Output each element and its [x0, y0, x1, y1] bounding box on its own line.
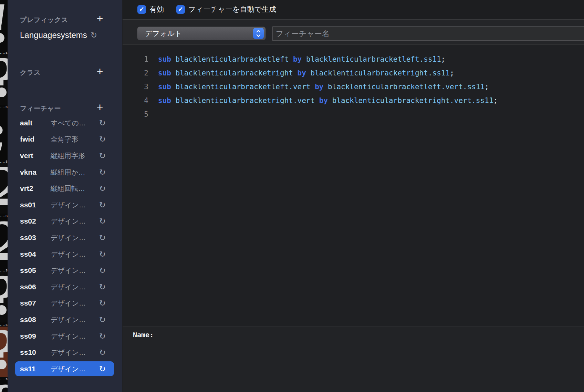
refresh-icon[interactable]: ↻: [99, 217, 106, 226]
code-line[interactable]: 4sub blacklenticularbracketright.vert by…: [123, 94, 584, 107]
glyph-name-fragment: ....s: [0, 50, 8, 54]
add-prefix-button[interactable]: +: [95, 14, 105, 24]
feature-row-ss02[interactable]: ss02デザイン…↻: [8, 213, 122, 230]
feature-tag: aalt: [20, 119, 32, 127]
refresh-icon[interactable]: ↻: [99, 200, 106, 209]
feature-description: デザイン…: [51, 266, 86, 275]
line-number: 5: [123, 110, 148, 118]
line-number: 2: [123, 69, 148, 77]
feature-row-aalt[interactable]: aaltすべての…↻: [8, 115, 122, 131]
feature-tag: ss02: [20, 217, 36, 225]
refresh-icon[interactable]: ↻: [99, 348, 106, 357]
refresh-icon[interactable]: ↻: [99, 331, 106, 341]
feature-tag: ss07: [20, 299, 36, 307]
feature-row-ss09[interactable]: ss09デザイン…↻: [8, 328, 122, 344]
enabled-checkbox[interactable]: ✓: [137, 5, 146, 14]
glyph-fragment: !: [0, 0, 8, 50]
feature-tag: ss11: [20, 365, 36, 373]
feature-tag: vkna: [20, 168, 36, 176]
sidebar-item-languagesystems[interactable]: Languagesystems↻: [20, 30, 97, 40]
prefix-section-label: プレフィックス: [20, 16, 68, 24]
refresh-icon[interactable]: ↻: [99, 151, 106, 160]
feature-row-vrt2[interactable]: vrt2縦組回転…↻: [8, 180, 122, 197]
feature-row-ss01[interactable]: ss01デザイン…↻: [8, 197, 122, 213]
name-field-label: Name:: [133, 331, 154, 339]
glyph-fragment: 2: [0, 218, 8, 267]
enabled-checkbox-label: 有効: [149, 4, 164, 14]
glyph-cell: !: [0, 0, 8, 50]
feature-section-label: フィーチャー: [20, 104, 61, 113]
refresh-icon[interactable]: ↻: [99, 233, 106, 242]
feature-row-ss04[interactable]: ss04デザイン…↻: [8, 246, 122, 262]
feature-tag: vrt2: [20, 184, 33, 193]
code-line[interactable]: 5: [123, 107, 584, 121]
glyph-grid-strip: !....s?....s;....s2....s2....s?....s?...…: [0, 0, 8, 392]
script-dropdown[interactable]: デフォルト: [137, 27, 266, 40]
feature-tag: ss08: [20, 316, 36, 324]
glyph-name-fragment: ....s: [0, 214, 8, 218]
feature-description: 全角字形: [51, 135, 78, 144]
feature-row-fwid[interactable]: fwid全角字形↻: [8, 131, 122, 148]
add-class-button[interactable]: +: [95, 67, 105, 76]
code-line[interactable]: 1sub blacklenticularbracketleft by black…: [123, 52, 584, 66]
feature-row-vert[interactable]: vert縦組用字形↻: [8, 147, 122, 164]
script-dropdown-value: デフォルト: [145, 29, 182, 38]
feature-row-ss11[interactable]: ss11デザイン…↻: [8, 361, 122, 377]
feature-tag: vert: [20, 152, 33, 160]
glyph-fragment: 9: [0, 381, 8, 392]
prefix-item-label: Languagesystems: [20, 30, 87, 40]
refresh-icon[interactable]: ↻: [99, 118, 106, 127]
feature-row-ss10[interactable]: ss10デザイン…↻: [8, 344, 122, 361]
line-number: 4: [123, 96, 148, 105]
glyph-cell: ?: [0, 272, 8, 322]
feature-row-ss05[interactable]: ss05デザイン…↻: [8, 262, 122, 279]
sidebar: プレフィックス + Languagesystems↻ クラス + フィーチャー …: [8, 0, 122, 392]
code-line[interactable]: 2sub blacklenticularbracketright by blac…: [123, 66, 584, 80]
feature-controls-bar: デフォルト フィーチャー名: [123, 20, 584, 45]
glyph-cell: ?: [0, 327, 8, 377]
code-line[interactable]: 3sub blacklenticularbracketleft.vert by …: [123, 80, 584, 94]
glyph-name-fragment: ....s: [0, 159, 8, 163]
refresh-icon[interactable]: ↻: [99, 184, 106, 193]
feature-row-ss08[interactable]: ss08デザイン…↻: [8, 311, 122, 328]
feature-description: デザイン…: [51, 331, 86, 341]
glyph-cell: 2: [0, 218, 8, 268]
glyph-fragment: ?: [0, 54, 8, 104]
feature-description: 縦組用字形: [51, 151, 85, 160]
feature-row-ss06[interactable]: ss06デザイン…↻: [8, 279, 122, 295]
refresh-icon[interactable]: ↻: [91, 31, 97, 40]
add-feature-button[interactable]: +: [95, 103, 105, 112]
refresh-icon[interactable]: ↻: [99, 249, 106, 259]
refresh-icon[interactable]: ↻: [99, 364, 106, 373]
feature-row-ss07[interactable]: ss07デザイン…↻: [8, 295, 122, 312]
feature-description: デザイン…: [51, 249, 86, 259]
feature-row-vkna[interactable]: vkna縦組用か…↻: [8, 164, 122, 180]
feature-description: 縦組回転…: [51, 184, 85, 193]
refresh-icon[interactable]: ↻: [99, 299, 106, 308]
feature-description: デザイン…: [51, 315, 86, 324]
feature-name-input[interactable]: フィーチャー名: [272, 27, 584, 41]
glyph-name-fragment: ....s: [0, 268, 8, 272]
stepper-icon[interactable]: [253, 28, 264, 39]
refresh-icon[interactable]: ↻: [99, 315, 106, 324]
refresh-icon[interactable]: ↻: [99, 282, 106, 291]
feature-description: すべての…: [51, 118, 86, 127]
feature-tag: fwid: [20, 135, 34, 143]
refresh-icon[interactable]: ↻: [99, 266, 106, 275]
refresh-icon[interactable]: ↻: [99, 135, 106, 144]
feature-description: デザイン…: [51, 282, 86, 291]
glyph-name-fragment: ....s: [0, 105, 8, 109]
glyph-cell: ?: [0, 54, 8, 105]
feature-tag: ss04: [20, 250, 36, 258]
feature-description: デザイン…: [51, 364, 86, 373]
feature-name-placeholder: フィーチャー名: [276, 29, 330, 39]
feature-description: デザイン…: [51, 200, 86, 209]
autogenerate-checkbox[interactable]: ✓: [176, 5, 185, 14]
chevron-up-down-icon: [256, 29, 261, 38]
feature-code-editor[interactable]: 1sub blacklenticularbracketleft by black…: [123, 45, 584, 326]
refresh-icon[interactable]: ↻: [99, 167, 106, 177]
glyph-cell: 2: [0, 163, 8, 214]
line-number: 3: [123, 83, 148, 91]
feature-row-ss03[interactable]: ss03デザイン…↻: [8, 229, 122, 246]
feature-notes-panel: Name:: [123, 327, 584, 392]
